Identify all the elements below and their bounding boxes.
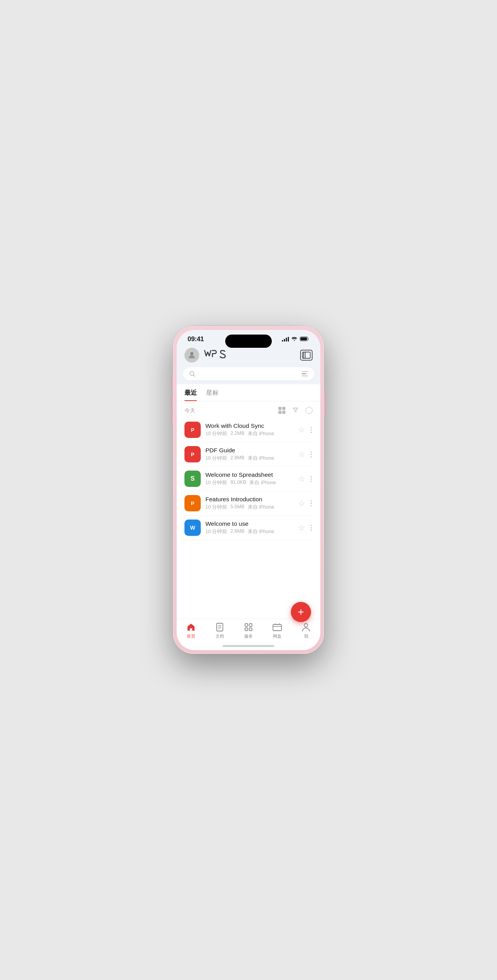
star-icon[interactable]: ☆ <box>298 425 305 434</box>
search-icon <box>189 371 195 377</box>
file-icon-writer: W <box>184 520 201 536</box>
star-icon[interactable]: ☆ <box>298 450 305 459</box>
file-icon-pdf: P <box>184 446 201 462</box>
file-source: 来自 iPhone <box>248 528 274 535</box>
file-actions: ☆ <box>298 474 313 483</box>
main-content: 最近 星标 今天 <box>177 384 320 650</box>
more-icon[interactable] <box>310 426 313 434</box>
file-source: 来自 iPhone <box>248 455 274 462</box>
avatar[interactable] <box>184 348 199 363</box>
fab-plus-icon: + <box>298 607 304 617</box>
file-meta: 10 分钟前 2.6MB 来自 iPhone <box>205 528 294 535</box>
tab-starred[interactable]: 星标 <box>206 389 219 401</box>
file-size: 91.0KB <box>230 480 246 486</box>
svg-point-19 <box>304 624 308 627</box>
wps-logo <box>204 350 226 361</box>
file-actions: ☆ <box>298 425 313 434</box>
nav-label-docs: 文档 <box>215 633 224 639</box>
file-item[interactable]: P Work with Cloud Sync 10 分钟前 2.2MB 来自 i… <box>183 418 314 442</box>
status-bar: 09:41 <box>177 330 320 345</box>
svg-line-6 <box>193 375 195 377</box>
file-meta: 10 分钟前 91.0KB 来自 iPhone <box>205 480 294 486</box>
grid-view-icon[interactable] <box>278 407 285 414</box>
nav-label-me: 我 <box>304 633 308 639</box>
nav-item-cloud[interactable]: 网盘 <box>263 622 292 639</box>
file-info: Welcome to use 10 分钟前 2.6MB 来自 iPhone <box>205 520 294 535</box>
home-indicator <box>177 645 320 650</box>
file-size: 2.6MB <box>230 528 244 535</box>
menu-icon[interactable] <box>302 371 308 377</box>
file-size: 2.9MB <box>230 455 244 462</box>
star-icon[interactable]: ☆ <box>298 474 305 483</box>
layout-icon[interactable] <box>300 350 313 361</box>
file-info: Work with Cloud Sync 10 分钟前 2.2MB 来自 iPh… <box>205 422 294 437</box>
file-name: Work with Cloud Sync <box>205 422 294 429</box>
star-icon[interactable]: ☆ <box>298 523 305 532</box>
more-icon[interactable] <box>310 475 313 483</box>
app-header <box>177 345 320 367</box>
svg-rect-1 <box>301 337 307 340</box>
file-name: Features Introduction <box>205 496 294 503</box>
file-source: 来自 iPhone <box>248 504 274 511</box>
more-icon[interactable] <box>310 500 313 507</box>
file-item[interactable]: P Features Introduction 10 分钟前 5.5MB 来自 … <box>183 491 314 516</box>
svg-rect-13 <box>245 628 248 631</box>
file-item[interactable]: S Welcome to Spreadsheet 10 分钟前 91.0KB 来… <box>183 467 314 491</box>
file-icon-presentation: P <box>184 495 201 511</box>
nav-item-services[interactable]: 服务 <box>234 622 263 639</box>
file-info: Features Introduction 10 分钟前 5.5MB 来自 iP… <box>205 496 294 511</box>
me-icon <box>301 622 311 632</box>
tab-bar: 最近 星标 <box>177 384 320 401</box>
svg-rect-12 <box>249 624 252 626</box>
fab-add-button[interactable]: + <box>291 602 311 622</box>
file-size: 2.2MB <box>230 431 244 437</box>
file-time: 10 分钟前 <box>205 431 227 437</box>
file-item[interactable]: W Welcome to use 10 分钟前 2.6MB 来自 iPhone … <box>183 516 314 540</box>
file-name: Welcome to Spreadsheet <box>205 471 294 478</box>
file-actions: ☆ <box>298 450 313 459</box>
file-info: PDF Guide 10 分钟前 2.9MB 来自 iPhone <box>205 447 294 462</box>
file-time: 10 分钟前 <box>205 455 227 462</box>
wifi-icon <box>291 336 297 343</box>
file-size: 5.5MB <box>230 504 244 511</box>
signal-icon <box>282 337 289 342</box>
svg-rect-15 <box>273 624 282 631</box>
services-icon <box>243 622 254 632</box>
search-bar[interactable] <box>183 367 314 380</box>
tab-recent[interactable]: 最近 <box>184 389 197 401</box>
file-name: Welcome to use <box>205 520 294 527</box>
nav-item-home[interactable]: 首页 <box>177 622 205 639</box>
status-time: 09:41 <box>188 335 204 343</box>
more-icon[interactable] <box>310 451 313 458</box>
file-time: 10 分钟前 <box>205 504 227 511</box>
search-left <box>189 371 198 377</box>
select-icon[interactable] <box>306 407 313 414</box>
docs-icon <box>215 622 225 632</box>
section-title: 今天 <box>184 407 195 414</box>
star-icon[interactable]: ☆ <box>298 499 305 508</box>
file-icon-sheet: S <box>184 471 201 487</box>
file-list: P Work with Cloud Sync 10 分钟前 2.2MB 来自 i… <box>183 418 314 540</box>
filter-icon[interactable] <box>292 407 299 415</box>
bottom-nav: 首页 文档 <box>177 619 320 645</box>
more-icon[interactable] <box>310 524 313 532</box>
nav-item-docs[interactable]: 文档 <box>205 622 234 639</box>
svg-point-2 <box>190 352 193 355</box>
file-name: PDF Guide <box>205 447 294 454</box>
nav-label-cloud: 网盘 <box>273 633 282 639</box>
section-actions <box>278 407 313 415</box>
nav-label-home: 首页 <box>187 633 195 639</box>
battery-icon <box>300 336 309 343</box>
status-icons <box>282 336 309 343</box>
nav-label-services: 服务 <box>244 633 253 639</box>
svg-rect-11 <box>245 624 248 626</box>
file-time: 10 分钟前 <box>205 528 227 535</box>
home-icon <box>186 622 196 632</box>
file-area: 今天 <box>177 401 320 619</box>
phone-device: 09:41 <box>173 326 324 654</box>
file-info: Welcome to Spreadsheet 10 分钟前 91.0KB 来自 … <box>205 471 294 486</box>
svg-rect-14 <box>249 628 252 631</box>
file-meta: 10 分钟前 2.9MB 来自 iPhone <box>205 455 294 462</box>
nav-item-me[interactable]: 我 <box>292 622 320 639</box>
file-item[interactable]: P PDF Guide 10 分钟前 2.9MB 来自 iPhone ☆ <box>183 442 314 467</box>
